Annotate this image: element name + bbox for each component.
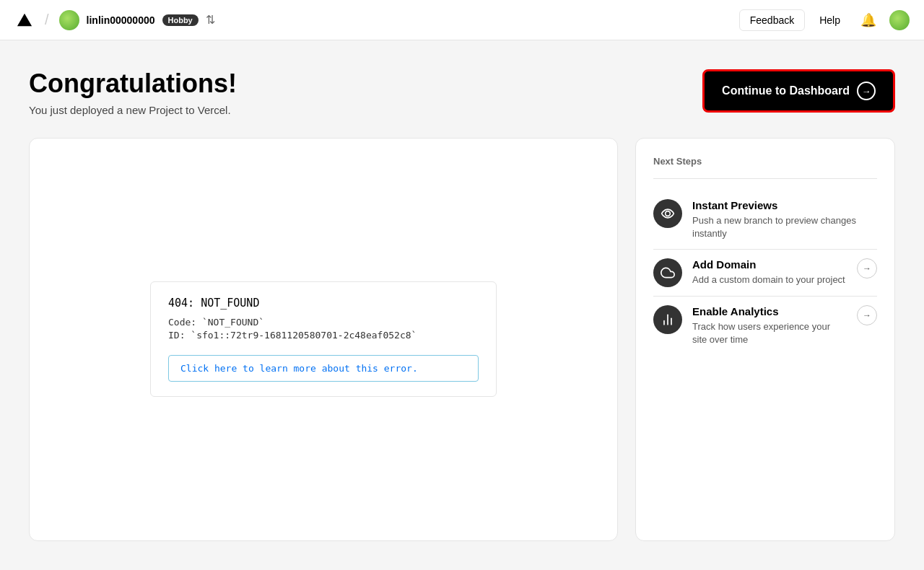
enable-analytics-icon (653, 305, 682, 334)
error-box: 404: NOT_FOUND Code: `NOT_FOUND` ID: `sf… (150, 281, 497, 397)
vercel-logo (14, 10, 35, 30)
code-label: Code: (168, 317, 196, 328)
code-value: `NOT_FOUND` (202, 317, 264, 328)
error-code-line: Code: `NOT_FOUND` (168, 317, 479, 328)
instant-previews-desc: Push a new branch to preview changes ins… (692, 214, 877, 240)
nav-separator: / (45, 12, 49, 28)
feedback-button[interactable]: Feedback (739, 9, 805, 31)
preview-panel: 404: NOT_FOUND Code: `NOT_FOUND` ID: `sf… (29, 138, 618, 541)
error-learn-more-link[interactable]: Click here to learn more about this erro… (180, 363, 418, 374)
user-avatar[interactable] (889, 10, 910, 30)
step-enable-analytics[interactable]: Enable Analytics Track how users experie… (653, 296, 877, 355)
page-subtitle: You just deployed a new Project to Verce… (29, 104, 237, 116)
step-instant-previews[interactable]: Instant Previews Push a new branch to pr… (653, 190, 877, 249)
continue-arrow-icon: → (857, 82, 876, 100)
navbar: / linlin00000000 Hobby ⇅ Feedback Help 🔔 (0, 0, 924, 40)
error-link-box[interactable]: Click here to learn more about this erro… (168, 355, 479, 382)
nav-chevron-icon[interactable]: ⇅ (206, 13, 215, 27)
instant-previews-name: Instant Previews (692, 199, 877, 211)
enable-analytics-desc: Track how users experience your site ove… (692, 320, 847, 346)
next-steps-panel: Next Steps Instant Previews Push a new b… (635, 138, 895, 541)
error-title: 404: NOT_FOUND (168, 297, 479, 310)
error-id-line: ID: `sfo1::72tr9-1681120580701-2c48eaf05… (168, 330, 479, 341)
notification-bell-icon[interactable]: 🔔 (855, 9, 882, 31)
add-domain-icon (653, 258, 682, 287)
help-link[interactable]: Help (812, 10, 847, 30)
add-domain-name: Add Domain (692, 258, 847, 271)
page-title: Congratulations! (29, 69, 237, 98)
id-label: ID: (168, 330, 185, 341)
next-steps-title: Next Steps (653, 156, 877, 167)
page-heading: Congratulations! You just deployed a new… (29, 69, 237, 116)
id-value: `sfo1::72tr9-1681120580701-2c48eaf052c8` (191, 330, 417, 341)
step-add-domain[interactable]: Add Domain Add a custom domain to your p… (653, 249, 877, 296)
nav-username: linlin00000000 (87, 14, 155, 26)
project-avatar (59, 10, 79, 30)
error-code: 404 (168, 297, 188, 310)
continue-to-dashboard-button[interactable]: Continue to Dashboard → (702, 69, 895, 113)
svg-point-0 (666, 211, 671, 216)
add-domain-content: Add Domain Add a custom domain to your p… (692, 258, 847, 286)
error-code-rest: : NOT_FOUND (188, 297, 259, 310)
enable-analytics-name: Enable Analytics (692, 305, 847, 317)
continue-btn-label: Continue to Dashboard (722, 84, 850, 97)
nav-plan-badge: Hobby (162, 14, 199, 26)
preview-inner: 404: NOT_FOUND Code: `NOT_FOUND` ID: `sf… (150, 281, 497, 397)
step-title-divider (653, 178, 877, 179)
add-domain-arrow-button[interactable]: → (857, 258, 877, 279)
two-column-layout: 404: NOT_FOUND Code: `NOT_FOUND` ID: `sf… (29, 138, 895, 541)
top-row: Congratulations! You just deployed a new… (29, 69, 895, 116)
instant-previews-icon (653, 199, 682, 228)
enable-analytics-arrow-button[interactable]: → (857, 305, 877, 325)
instant-previews-content: Instant Previews Push a new branch to pr… (692, 199, 877, 240)
page-content: Congratulations! You just deployed a new… (0, 40, 924, 570)
add-domain-desc: Add a custom domain to your project (692, 273, 847, 286)
enable-analytics-content: Enable Analytics Track how users experie… (692, 305, 847, 346)
